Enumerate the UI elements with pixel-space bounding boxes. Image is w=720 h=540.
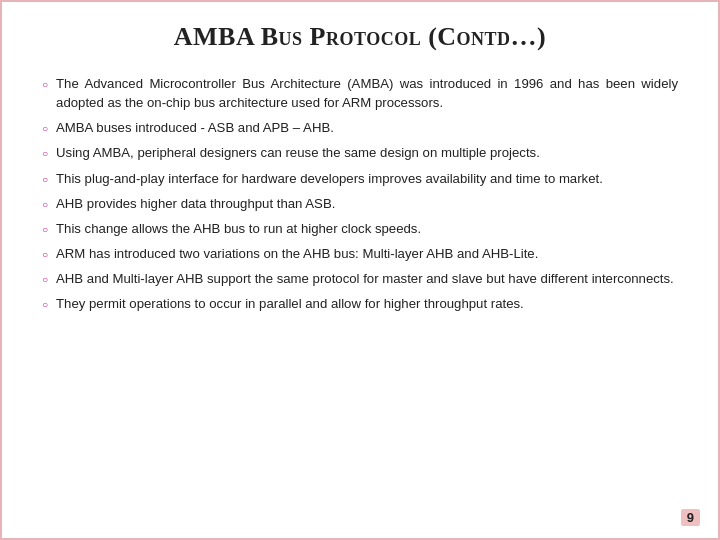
list-item: ○AMBA buses introduced - ASB and APB – A… xyxy=(42,118,678,137)
list-item: ○AHB provides higher data throughput tha… xyxy=(42,194,678,213)
bullet-text: ARM has introduced two variations on the… xyxy=(56,244,678,263)
bullet-text: The Advanced Microcontroller Bus Archite… xyxy=(56,74,678,112)
bullet-icon: ○ xyxy=(42,173,48,188)
bullet-icon: ○ xyxy=(42,273,48,288)
bullet-icon: ○ xyxy=(42,122,48,137)
slide-title: AMBA Bus Protocol (Contd…) xyxy=(42,22,678,52)
list-item: ○They permit operations to occur in para… xyxy=(42,294,678,313)
slide-container: AMBA Bus Protocol (Contd…) ○The Advanced… xyxy=(0,0,720,540)
list-item: ○The Advanced Microcontroller Bus Archit… xyxy=(42,74,678,112)
bullet-icon: ○ xyxy=(42,248,48,263)
bullet-text: AHB provides higher data throughput than… xyxy=(56,194,678,213)
page-number: 9 xyxy=(681,509,700,526)
bullet-list: ○The Advanced Microcontroller Bus Archit… xyxy=(42,74,678,313)
list-item: ○AHB and Multi-layer AHB support the sam… xyxy=(42,269,678,288)
list-item: ○Using AMBA, peripheral designers can re… xyxy=(42,143,678,162)
bullet-icon: ○ xyxy=(42,298,48,313)
bullet-text: This change allows the AHB bus to run at… xyxy=(56,219,678,238)
bullet-text: AMBA buses introduced - ASB and APB – AH… xyxy=(56,118,678,137)
list-item: ○This change allows the AHB bus to run a… xyxy=(42,219,678,238)
bullet-text: This plug-and-play interface for hardwar… xyxy=(56,169,678,188)
bullet-icon: ○ xyxy=(42,78,48,93)
bullet-icon: ○ xyxy=(42,147,48,162)
bullet-text: They permit operations to occur in paral… xyxy=(56,294,678,313)
list-item: ○This plug-and-play interface for hardwa… xyxy=(42,169,678,188)
bullet-text: AHB and Multi-layer AHB support the same… xyxy=(56,269,678,288)
bullet-icon: ○ xyxy=(42,223,48,238)
bullet-icon: ○ xyxy=(42,198,48,213)
list-item: ○ARM has introduced two variations on th… xyxy=(42,244,678,263)
bullet-text: Using AMBA, peripheral designers can reu… xyxy=(56,143,678,162)
